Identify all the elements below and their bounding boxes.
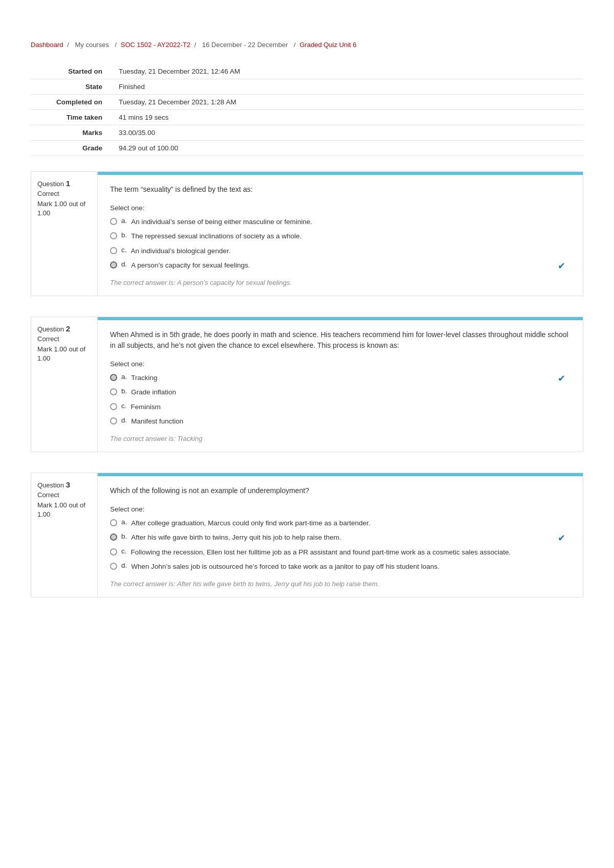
radio-circle (110, 417, 117, 425)
question-text: Which of the following is not an example… (110, 485, 571, 496)
correct-answer-note: The correct answer is: Tracking (110, 435, 571, 442)
answer-option-a[interactable]: a.Tracking✔ (110, 373, 571, 383)
breadcrumb: Dashboard / My courses / SOC 1502 - AY20… (31, 41, 583, 49)
question-content-1: The term “sexuality” is defined by the t… (98, 172, 583, 296)
summary-table: Started on Tuesday, 21 December 2021, 12… (31, 64, 583, 156)
question-text: When Ahmed is in 5th grade, he does poor… (110, 329, 571, 351)
summary-row: State Finished (31, 79, 583, 95)
question-block-1: Question 1 Correct Mark 1.00 out of 1.00… (31, 171, 583, 296)
answer-options: a.An individual’s sense of being either … (110, 217, 571, 271)
answer-option-b[interactable]: b.Grade inflation (110, 387, 571, 397)
summary-label: State (31, 79, 113, 95)
question-sidebar-2: Question 2 Correct Mark 1.00 out of 1.00 (31, 317, 98, 452)
question-mark: Mark 1.00 out of 1.00 (37, 345, 91, 363)
question-block-2: Question 2 Correct Mark 1.00 out of 1.00… (31, 317, 583, 452)
option-text: The repressed sexual inclinations of soc… (131, 231, 301, 241)
radio-circle (110, 374, 117, 381)
question-body: When Ahmed is in 5th grade, he does poor… (98, 320, 583, 452)
option-letter: c. (121, 402, 127, 410)
question-status: Correct (37, 335, 91, 343)
option-text: Manifest function (131, 416, 183, 427)
question-body: The term “sexuality” is defined by the t… (98, 175, 583, 296)
summary-value: 33.00/35.00 (113, 125, 583, 141)
option-letter: c. (121, 246, 127, 254)
question-status: Correct (37, 190, 91, 197)
correct-answer-note: The correct answer is: A person’s capaci… (110, 279, 571, 286)
answer-option-c[interactable]: c.An individual’s biological gender. (110, 246, 571, 256)
radio-circle (110, 533, 117, 541)
select-one-label: Select one: (110, 360, 571, 368)
summary-value: Finished (113, 79, 583, 95)
question-text: The term “sexuality” is defined by the t… (110, 184, 571, 195)
summary-row: Marks 33.00/35.00 (31, 125, 583, 141)
option-letter: a. (121, 373, 127, 381)
summary-row: Completed on Tuesday, 21 December 2021, … (31, 95, 583, 110)
answer-options: a.Tracking✔b.Grade inflationc.Feminismd.… (110, 373, 571, 427)
question-number: Question 1 (37, 179, 91, 188)
radio-circle (110, 388, 117, 395)
radio-circle (110, 563, 117, 570)
question-sidebar-3: Question 3 Correct Mark 1.00 out of 1.00 (31, 473, 98, 597)
option-text: After his wife gave birth to twins, Jerr… (131, 532, 341, 543)
answer-option-d[interactable]: d.A person’s capacity for sexual feeling… (110, 260, 571, 271)
breadcrumb-quiz[interactable]: Graded Quiz Unit 6 (300, 41, 357, 49)
summary-row: Grade 94.29 out of 100.00 (31, 141, 583, 156)
question-number: Question 2 (37, 324, 91, 333)
option-letter: b. (121, 231, 127, 239)
option-text: An individual’s sense of being either ma… (131, 217, 312, 227)
option-text: A person’s capacity for sexual feelings. (131, 260, 250, 271)
question-content-3: Which of the following is not an example… (98, 473, 583, 597)
option-letter: d. (121, 416, 127, 424)
option-text: Following the recession, Ellen lost her … (131, 547, 511, 558)
answer-option-d[interactable]: d.When John’s sales job is outsourced he… (110, 562, 571, 572)
summary-row: Started on Tuesday, 21 December 2021, 12… (31, 64, 583, 79)
breadcrumb-course[interactable]: SOC 1502 - AY2022-T2 (121, 41, 190, 49)
radio-circle (110, 232, 117, 239)
summary-label: Marks (31, 125, 113, 141)
option-text: An individual’s biological gender. (131, 246, 231, 256)
answer-option-c[interactable]: c.Feminism (110, 402, 571, 412)
answer-option-b[interactable]: b.The repressed sexual inclinations of s… (110, 231, 571, 241)
correct-answer-note: The correct answer is: After his wife ga… (110, 580, 571, 588)
summary-value: 94.29 out of 100.00 (113, 141, 583, 156)
answer-option-a[interactable]: a.An individual’s sense of being either … (110, 217, 571, 227)
option-text: Grade inflation (131, 387, 176, 397)
radio-circle (110, 218, 117, 225)
option-text: Feminism (131, 402, 161, 412)
option-letter: b. (121, 387, 127, 395)
summary-label: Started on (31, 64, 113, 79)
select-one-label: Select one: (110, 505, 571, 513)
radio-circle (110, 403, 117, 410)
option-text: After college graduation, Marcus could o… (131, 518, 370, 528)
radio-circle (110, 261, 117, 269)
question-body: Which of the following is not an example… (98, 476, 583, 597)
option-letter: d. (121, 260, 127, 268)
answer-option-a[interactable]: a.After college graduation, Marcus could… (110, 518, 571, 528)
summary-value: 41 mins 19 secs (113, 110, 583, 125)
option-letter: a. (121, 518, 127, 526)
question-status: Correct (37, 491, 91, 499)
summary-value: Tuesday, 21 December 2021, 12:46 AM (113, 64, 583, 79)
question-number: Question 3 (37, 480, 91, 489)
answer-option-d[interactable]: d.Manifest function (110, 416, 571, 427)
question-block-3: Question 3 Correct Mark 1.00 out of 1.00… (31, 473, 583, 597)
select-one-label: Select one: (110, 204, 571, 212)
summary-label: Completed on (31, 95, 113, 110)
option-letter: c. (121, 547, 127, 555)
radio-circle (110, 247, 117, 254)
summary-row: Time taken 41 mins 19 secs (31, 110, 583, 125)
option-letter: a. (121, 217, 127, 225)
option-letter: b. (121, 532, 127, 540)
question-mark: Mark 1.00 out of 1.00 (37, 199, 91, 218)
correct-check-icon: ✔ (558, 532, 565, 544)
summary-value: Tuesday, 21 December 2021, 1:28 AM (113, 95, 583, 110)
breadcrumb-dashboard[interactable]: Dashboard (31, 41, 63, 49)
option-text: Tracking (131, 373, 157, 383)
answer-option-b[interactable]: b.After his wife gave birth to twins, Je… (110, 532, 571, 543)
question-content-2: When Ahmed is in 5th grade, he does poor… (98, 317, 583, 452)
option-letter: d. (121, 562, 127, 569)
option-text: When John’s sales job is outsourced he’s… (131, 562, 440, 572)
correct-check-icon: ✔ (558, 373, 565, 384)
answer-option-c[interactable]: c.Following the recession, Ellen lost he… (110, 547, 571, 558)
questions-container: Question 1 Correct Mark 1.00 out of 1.00… (31, 171, 583, 597)
